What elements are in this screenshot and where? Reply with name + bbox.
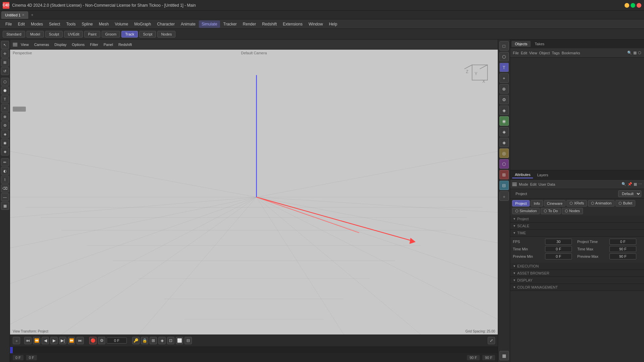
rt-link[interactable]: ◈ bbox=[499, 106, 509, 115]
tool-2[interactable]: ⬢ bbox=[1, 86, 9, 95]
tag-xrefs[interactable]: ⬡ XRefs bbox=[567, 200, 587, 206]
tool-scale[interactable]: ⊞ bbox=[1, 58, 9, 66]
attr-more-icon[interactable]: ⋯ bbox=[638, 182, 642, 186]
menu-help[interactable]: Help bbox=[326, 20, 340, 28]
section-scale[interactable]: SCALE bbox=[510, 223, 644, 230]
tool-1[interactable]: ⬡ bbox=[1, 78, 9, 86]
tool-4[interactable]: + bbox=[1, 104, 9, 112]
tl-motion[interactable]: ⊞ bbox=[150, 337, 157, 344]
tag-simulation[interactable]: ⬡ Simulation bbox=[512, 208, 540, 214]
ws-groom[interactable]: Groom bbox=[102, 31, 120, 38]
tab-untitled[interactable]: Untitled 1 ✕ bbox=[1, 11, 28, 19]
tag-animation[interactable]: ⬡ Animation bbox=[588, 200, 614, 206]
rt-gear2[interactable]: ⚙ bbox=[499, 95, 509, 104]
objects-tags-btn[interactable]: Tags bbox=[552, 51, 559, 55]
tl-frame-input[interactable]: 0 F bbox=[107, 338, 127, 344]
rt-null[interactable]: + bbox=[499, 73, 509, 83]
vp-view[interactable]: View bbox=[19, 42, 31, 47]
tool-rotate[interactable]: ↺ bbox=[1, 67, 9, 75]
menu-extensions[interactable]: Extensions bbox=[280, 20, 305, 28]
tool-ruler[interactable]: — bbox=[1, 193, 9, 201]
tl-settings[interactable]: ⚙ bbox=[98, 337, 105, 344]
tab-add-button[interactable]: + bbox=[28, 11, 36, 19]
menu-character[interactable]: Character bbox=[154, 20, 177, 28]
vp-cameras[interactable]: Cameras bbox=[32, 42, 51, 47]
tl-next-frame[interactable]: ▶| bbox=[59, 337, 66, 344]
ws-script[interactable]: Script bbox=[139, 31, 156, 38]
menu-redshift[interactable]: Redshift bbox=[259, 20, 279, 28]
tool-eraser[interactable]: ⌫ bbox=[1, 184, 9, 192]
tag-todo[interactable]: ⬡ To Do bbox=[541, 208, 561, 214]
objects-view-btn[interactable]: View bbox=[529, 51, 537, 55]
objects-edit-btn[interactable]: Edit bbox=[521, 51, 527, 55]
tag-info[interactable]: Info bbox=[531, 200, 543, 206]
viewport[interactable]: Y X Z Perspective Default Camera More...… bbox=[10, 50, 498, 335]
rt-texture[interactable]: T bbox=[499, 63, 509, 72]
tl-play[interactable]: ▶ bbox=[50, 337, 58, 344]
attr-pin-icon[interactable]: 📌 bbox=[628, 182, 632, 186]
tl-auto-key[interactable]: 🔑 bbox=[132, 337, 140, 344]
tl-prev-frame[interactable]: ◀ bbox=[42, 337, 49, 344]
vp-panel[interactable]: Panel bbox=[102, 42, 115, 47]
tool-select[interactable]: ↖ bbox=[1, 41, 9, 49]
section-asset-browser[interactable]: ASSET BROWSER bbox=[510, 270, 644, 277]
tag-cineware[interactable]: Cineware bbox=[544, 200, 566, 206]
maximize-button[interactable] bbox=[631, 3, 635, 8]
tool-6[interactable]: ⚙ bbox=[1, 121, 9, 129]
tab-objects[interactable]: Objects bbox=[512, 41, 531, 47]
ws-sculpt[interactable]: Sculpt bbox=[45, 31, 63, 38]
window-controls[interactable] bbox=[625, 3, 641, 8]
vp-display[interactable]: Display bbox=[52, 42, 68, 47]
section-color-management[interactable]: COLOR MANAGEMENT bbox=[510, 284, 644, 291]
tl-goto-end[interactable]: ⏭ bbox=[76, 337, 84, 344]
rt-light2[interactable]: ◎ bbox=[499, 148, 509, 158]
tl-view1[interactable]: ⬜ bbox=[176, 337, 183, 344]
tool-7[interactable]: ◈ bbox=[1, 130, 9, 138]
tab-takes[interactable]: Takes bbox=[531, 41, 548, 47]
tool-smear[interactable]: ⌇ bbox=[1, 176, 9, 184]
tl-snap[interactable]: 🔒 bbox=[141, 337, 148, 344]
tl-view2[interactable]: ⊟ bbox=[184, 337, 192, 344]
rt-object-mode[interactable]: □ bbox=[499, 41, 509, 51]
tool-paint[interactable]: ✏ bbox=[1, 158, 9, 166]
vp-filter[interactable]: Filter bbox=[88, 42, 100, 47]
tool-3[interactable]: T bbox=[1, 95, 9, 103]
rt-select2[interactable]: ⊕ bbox=[499, 84, 509, 94]
rt-camera2[interactable]: ◈ bbox=[499, 138, 509, 147]
preview-max-input[interactable] bbox=[609, 253, 636, 259]
ws-track[interactable]: Track bbox=[121, 31, 138, 38]
menu-animate[interactable]: Animate bbox=[178, 20, 198, 28]
timeline-ruler[interactable] bbox=[10, 347, 498, 354]
menu-mograph[interactable]: MoGraph bbox=[131, 20, 154, 28]
menu-select[interactable]: Select bbox=[46, 20, 63, 28]
section-execution[interactable]: EXECUTION bbox=[510, 263, 644, 270]
objects-file-btn[interactable]: File bbox=[513, 51, 519, 55]
tab-layers[interactable]: Layers bbox=[534, 172, 551, 178]
tl-key-btn[interactable]: ⬦ bbox=[13, 337, 20, 344]
tool-8[interactable]: ◉ bbox=[1, 139, 9, 147]
objects-search-icon[interactable]: 🔍 bbox=[627, 51, 632, 55]
objects-settings-icon[interactable]: ⬡ bbox=[638, 51, 641, 55]
menu-edit[interactable]: Edit bbox=[15, 20, 28, 28]
attr-menu-icon[interactable] bbox=[512, 183, 517, 186]
attr-default-dropdown[interactable]: Default bbox=[618, 190, 641, 197]
section-project[interactable]: Project bbox=[510, 216, 644, 223]
minimize-button[interactable] bbox=[625, 3, 629, 8]
ws-nodes[interactable]: Nodes bbox=[157, 31, 175, 38]
tl-expand[interactable]: ⤢ bbox=[488, 337, 495, 344]
menu-spline[interactable]: Spline bbox=[79, 20, 95, 28]
rt-poly-mode[interactable]: ⬡ bbox=[499, 52, 509, 61]
rt-record2[interactable]: ⬦ bbox=[499, 191, 509, 201]
tl-function[interactable]: ◈ bbox=[158, 337, 166, 344]
tool-fill[interactable]: ◐ bbox=[1, 167, 9, 175]
ws-uvedit[interactable]: UVEdit bbox=[64, 31, 83, 38]
attr-userdata[interactable]: User Data bbox=[539, 182, 555, 186]
menu-window[interactable]: Window bbox=[306, 20, 326, 28]
menu-render[interactable]: Render bbox=[240, 20, 259, 28]
tool-palette[interactable]: ▦ bbox=[1, 202, 9, 210]
tl-record[interactable]: 🔴 bbox=[89, 337, 97, 344]
tl-next-key[interactable]: ⏩ bbox=[68, 337, 75, 344]
time-min-input[interactable] bbox=[545, 246, 572, 252]
ws-model[interactable]: Model bbox=[26, 31, 44, 38]
close-button[interactable] bbox=[637, 3, 641, 8]
